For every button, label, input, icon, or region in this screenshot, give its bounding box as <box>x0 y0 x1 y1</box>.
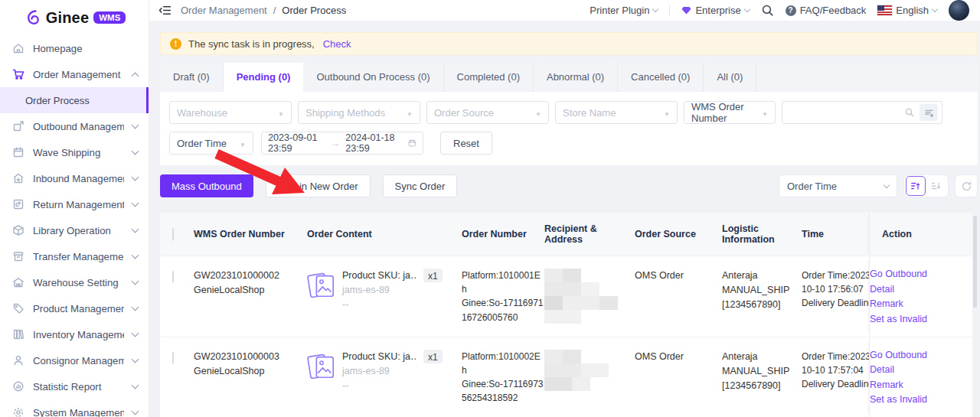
tab-abnormal[interactable]: Abnormal (0) <box>534 63 618 92</box>
order-search-box <box>782 101 942 124</box>
faq-feedback-link[interactable]: FAQ/Feedback <box>786 5 867 16</box>
chevron-down-icon <box>132 225 139 233</box>
tab-completed[interactable]: Completed (0) <box>444 63 534 92</box>
sidebar-item-label: Product Management <box>33 303 124 314</box>
tab-pending[interactable]: Pending (0) <box>224 63 304 92</box>
sidebar-item-inbound-management[interactable]: Inbound Management <box>0 165 149 191</box>
tab-draft[interactable]: Draft (0) <box>160 63 224 92</box>
date-range-arrow: → <box>331 138 340 148</box>
chevron-down-icon <box>132 355 139 363</box>
sort-field-select[interactable]: Order Time <box>779 174 897 197</box>
sidebar-item-label: System Management <box>33 407 124 417</box>
sidebar-item-label: Inventory Management <box>33 329 124 340</box>
order-search-input[interactable] <box>790 107 900 119</box>
toolbar: Mass Outbound Obtain New Order Sync Orde… <box>160 174 978 197</box>
sidebar-item-label: Warehouse Setting <box>33 277 124 288</box>
wms-badge: WMS <box>93 11 126 24</box>
refresh-button[interactable] <box>955 174 978 197</box>
sidebar-item-statistic-report[interactable]: Statistic Report <box>0 373 149 399</box>
sort-descending-button[interactable] <box>926 176 946 196</box>
product-spec: -- <box>342 298 416 312</box>
date-range-picker[interactable]: 2023-09-01 23:59 → 2024-01-18 23:59 <box>261 132 423 155</box>
menu-fold-icon[interactable] <box>158 4 172 17</box>
quantity-badge: x1 <box>423 269 443 282</box>
go-outbound-link[interactable]: Go Outbound <box>870 350 927 362</box>
table-header-row: WMS Order Number Order Content Order Num… <box>160 213 978 256</box>
tab-outbound-on-process[interactable]: Outbound On Process (0) <box>303 63 443 92</box>
batch-search-button[interactable] <box>920 104 938 121</box>
top-header: Order Management / Order Process Printer… <box>149 0 980 21</box>
sidebar-item-order-process[interactable]: Order Process <box>0 87 149 113</box>
sidebar-nav: Homepage Order Management Order Process … <box>0 35 149 417</box>
brand-logo[interactable]: Ginee WMS <box>0 0 149 35</box>
chevron-down-icon <box>743 6 750 12</box>
detail-link[interactable]: Detail <box>870 284 894 296</box>
language-label: English <box>896 5 929 16</box>
sidebar-item-return-management[interactable]: Return Management <box>0 191 149 217</box>
warning-icon <box>170 38 181 50</box>
main-area: Order Management / Order Process Printer… <box>149 0 980 417</box>
shipping-methods-select[interactable]: Shipping Methods <box>298 101 420 124</box>
sidebar-item-library-operation[interactable]: Library Operation <box>0 217 149 243</box>
check-link[interactable]: Check <box>323 38 351 50</box>
language-menu[interactable]: English <box>877 5 937 16</box>
enterprise-label: Enterprise <box>695 5 740 16</box>
wms-order-number-select[interactable]: WMS Order Number <box>684 101 776 124</box>
chart-icon <box>12 380 24 393</box>
warehouse-icon <box>12 276 24 288</box>
select-all-checkbox[interactable] <box>172 228 174 241</box>
go-outbound-link[interactable]: Go Outbound <box>870 269 927 281</box>
sidebar-item-label: Homepage <box>33 43 138 54</box>
sidebar-item-product-management[interactable]: Product Management <box>0 295 149 321</box>
ginee-logo-icon <box>23 8 41 27</box>
order-time-select[interactable]: Order Time <box>169 132 253 155</box>
sidebar-item-transfer-management[interactable]: Transfer Management <box>0 243 149 269</box>
sidebar-item-inventory-management[interactable]: Inventory Management <box>0 321 149 347</box>
reset-button[interactable]: Reset <box>440 132 492 155</box>
warehouse-placeholder: Warehouse <box>177 107 227 119</box>
remark-link[interactable]: Remark <box>870 298 903 311</box>
store-name-select[interactable]: Store Name <box>555 101 678 124</box>
set-as-invalid-link[interactable]: Set as Invalid <box>870 394 927 406</box>
header-order-content: Order Content <box>307 229 462 239</box>
detail-link[interactable]: Detail <box>870 364 894 376</box>
printer-plugin-label: Printer Plugin <box>590 5 649 16</box>
sidebar-item-outbound-management[interactable]: Outbound Management <box>0 113 149 139</box>
scrollbar-thumb[interactable] <box>973 216 977 308</box>
sidebar-item-homepage[interactable]: Homepage <box>0 35 149 61</box>
caret-down-icon <box>240 138 246 149</box>
header-order-number: Order Number <box>462 229 544 239</box>
warehouse-select[interactable]: Warehouse <box>169 101 292 124</box>
obtain-new-order-button[interactable]: Obtain New Order <box>266 174 371 197</box>
sidebar-item-warehouse-setting[interactable]: Warehouse Setting <box>0 269 149 295</box>
sidebar-item-system-management[interactable]: System Management <box>0 399 149 417</box>
printer-plugin-menu[interactable]: Printer Plugin <box>590 5 658 16</box>
cell-time: Order Time:2023- 10-10 17:57:04 Delivery… <box>802 337 869 417</box>
cell-wms-order-number: GW2023101000003 GenieLocalShop <box>194 337 307 417</box>
row-checkbox[interactable] <box>172 352 174 364</box>
row-checkbox[interactable] <box>172 271 174 283</box>
enterprise-menu[interactable]: Enterprise <box>681 5 749 16</box>
sidebar-item-wave-shipping[interactable]: Wave Shipping <box>0 139 149 165</box>
breadcrumb-parent[interactable]: Order Management <box>181 5 267 16</box>
user-avatar[interactable] <box>949 0 969 21</box>
sidebar-item-order-management[interactable]: Order Management <box>0 61 149 87</box>
product-sku[interactable]: Product SKU: ja… <box>342 269 416 283</box>
sync-order-button[interactable]: Sync Order <box>383 174 458 197</box>
search-icon[interactable] <box>761 4 774 17</box>
set-as-invalid-link[interactable]: Set as Invalid <box>870 314 927 326</box>
header-wms-order-number: WMS Order Number <box>194 229 307 239</box>
table-scrollbar <box>972 213 978 417</box>
us-flag-icon <box>877 5 892 15</box>
product-sku[interactable]: Product SKU: ja… <box>342 350 416 364</box>
tab-all[interactable]: All (0) <box>704 63 756 92</box>
sort-ascending-button[interactable] <box>906 176 926 196</box>
order-source-select[interactable]: Order Source <box>426 101 549 124</box>
tab-cancelled[interactable]: Cancelled (0) <box>618 63 704 92</box>
sidebar-item-consignor-management[interactable]: Consignor Management <box>0 347 149 373</box>
cell-actions: Go Outbound Detail Remark Set as Invalid <box>869 337 978 417</box>
wms-order-number-label: WMS Order Number <box>691 101 762 124</box>
remark-link[interactable]: Remark <box>870 380 903 392</box>
cell-time: Order Time:2023- 10-10 17:56:07 Delivery… <box>802 256 869 337</box>
mass-outbound-button[interactable]: Mass Outbound <box>160 174 253 197</box>
